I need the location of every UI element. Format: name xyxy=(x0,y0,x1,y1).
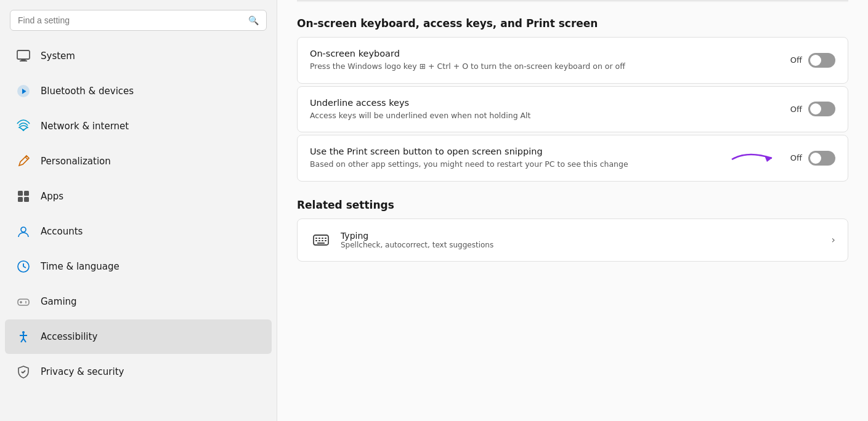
svg-rect-36 xyxy=(317,243,325,244)
typing-desc: Spellcheck, autocorrect, text suggestion… xyxy=(341,241,823,249)
underline-keys-card: Underline access keys Access keys will b… xyxy=(297,86,848,133)
sidebar-label-gaming: Gaming xyxy=(41,296,77,307)
svg-rect-6 xyxy=(18,191,23,196)
svg-line-24 xyxy=(22,372,23,373)
svg-point-19 xyxy=(22,331,25,334)
print-screen-desc: Based on other app settings, you might n… xyxy=(310,159,719,170)
network-icon xyxy=(15,118,32,135)
underline-keys-desc: Access keys will be underlined even when… xyxy=(310,110,781,121)
onscreen-keyboard-right: Off xyxy=(790,53,835,68)
svg-rect-0 xyxy=(17,50,30,59)
underline-keys-title: Underline access keys xyxy=(310,98,781,108)
sidebar-item-bluetooth[interactable]: Bluetooth & devices xyxy=(5,74,272,108)
search-icon: 🔍 xyxy=(248,15,259,25)
onscreen-keyboard-toggle[interactable] xyxy=(808,53,835,68)
svg-rect-35 xyxy=(325,240,327,241)
svg-rect-8 xyxy=(18,197,23,202)
underline-keys-info: Underline access keys Access keys will b… xyxy=(310,98,781,121)
sidebar-label-accessibility: Accessibility xyxy=(41,331,97,342)
sidebar-label-privacy: Privacy & security xyxy=(41,366,124,377)
sidebar: 🔍 System Bluetooth & devi xyxy=(0,0,277,421)
search-input[interactable] xyxy=(18,15,243,25)
print-screen-toggle[interactable] xyxy=(808,151,835,166)
svg-rect-7 xyxy=(24,191,29,196)
svg-line-13 xyxy=(23,267,26,268)
svg-point-18 xyxy=(25,302,26,303)
print-screen-right: Off xyxy=(729,147,835,169)
onscreen-keyboard-info: On-screen keyboard Press the Windows log… xyxy=(310,49,781,72)
onscreen-keyboard-toggle-label: Off xyxy=(790,55,802,65)
nav-list: System Bluetooth & devices xyxy=(0,38,277,421)
underline-keys-right: Off xyxy=(790,102,835,116)
sidebar-item-network[interactable]: Network & internet xyxy=(5,109,272,143)
typing-info: Typing Spellcheck, autocorrect, text sug… xyxy=(341,231,823,249)
personalization-icon xyxy=(15,153,32,170)
sidebar-label-accounts: Accounts xyxy=(41,226,83,237)
print-screen-card: Use the Print screen button to open scre… xyxy=(297,135,848,182)
svg-line-23 xyxy=(23,339,26,342)
sidebar-item-accounts[interactable]: Accounts xyxy=(5,214,272,249)
svg-line-5 xyxy=(25,157,28,159)
section2-title: Related settings xyxy=(297,199,848,211)
purple-arrow-annotation xyxy=(729,147,784,169)
svg-line-25 xyxy=(23,371,25,373)
typing-chevron-icon: › xyxy=(832,234,835,246)
sidebar-item-gaming[interactable]: Gaming xyxy=(5,284,272,319)
apps-icon xyxy=(15,188,32,205)
sidebar-item-personalization[interactable]: Personalization xyxy=(5,144,272,178)
sidebar-item-time[interactable]: Time & language xyxy=(5,249,272,284)
print-screen-title: Use the Print screen button to open scre… xyxy=(310,146,719,156)
accessibility-icon xyxy=(15,328,32,345)
sidebar-label-time: Time & language xyxy=(41,261,120,272)
underline-keys-toggle[interactable] xyxy=(808,102,835,116)
sidebar-item-accessibility[interactable]: Accessibility xyxy=(5,319,272,354)
sidebar-label-network: Network & internet xyxy=(41,121,129,132)
svg-rect-28 xyxy=(315,238,317,239)
time-icon xyxy=(15,258,32,275)
svg-point-10 xyxy=(21,227,26,232)
typing-icon xyxy=(310,229,332,251)
svg-rect-32 xyxy=(315,240,317,241)
onscreen-keyboard-card: On-screen keyboard Press the Windows log… xyxy=(297,37,848,84)
svg-rect-14 xyxy=(18,299,29,305)
svg-point-17 xyxy=(25,301,26,302)
print-screen-info: Use the Print screen button to open scre… xyxy=(310,146,719,170)
sidebar-label-personalization: Personalization xyxy=(41,156,111,167)
svg-rect-33 xyxy=(318,240,320,241)
privacy-icon xyxy=(15,363,32,380)
accounts-icon xyxy=(15,223,32,240)
section1-title: On-screen keyboard, access keys, and Pri… xyxy=(297,17,848,30)
bluetooth-icon xyxy=(15,82,32,100)
search-bar[interactable]: 🔍 xyxy=(10,10,267,31)
main-content: On-screen keyboard, access keys, and Pri… xyxy=(277,0,868,421)
sidebar-item-apps[interactable]: Apps xyxy=(5,179,272,214)
svg-point-4 xyxy=(23,129,25,131)
sidebar-item-privacy[interactable]: Privacy & security xyxy=(5,355,272,389)
onscreen-keyboard-title: On-screen keyboard xyxy=(310,49,781,58)
sidebar-label-system: System xyxy=(41,50,75,62)
svg-rect-30 xyxy=(322,238,323,239)
svg-rect-29 xyxy=(318,238,320,239)
svg-rect-34 xyxy=(322,240,323,241)
sidebar-label-apps: Apps xyxy=(41,191,63,202)
underline-keys-toggle-label: Off xyxy=(790,105,802,114)
svg-rect-31 xyxy=(325,238,327,239)
sidebar-label-bluetooth: Bluetooth & devices xyxy=(41,86,134,97)
typing-title: Typing xyxy=(341,231,823,241)
onscreen-keyboard-desc: Press the Windows logo key ⊞ + Ctrl + O … xyxy=(310,61,781,72)
sidebar-item-system[interactable]: System xyxy=(5,39,272,73)
svg-rect-9 xyxy=(24,197,29,202)
print-screen-toggle-label: Off xyxy=(790,153,802,162)
scroll-shadow xyxy=(297,0,848,2)
system-icon xyxy=(15,47,32,65)
gaming-icon xyxy=(15,293,32,310)
typing-card[interactable]: Typing Spellcheck, autocorrect, text sug… xyxy=(297,219,848,262)
